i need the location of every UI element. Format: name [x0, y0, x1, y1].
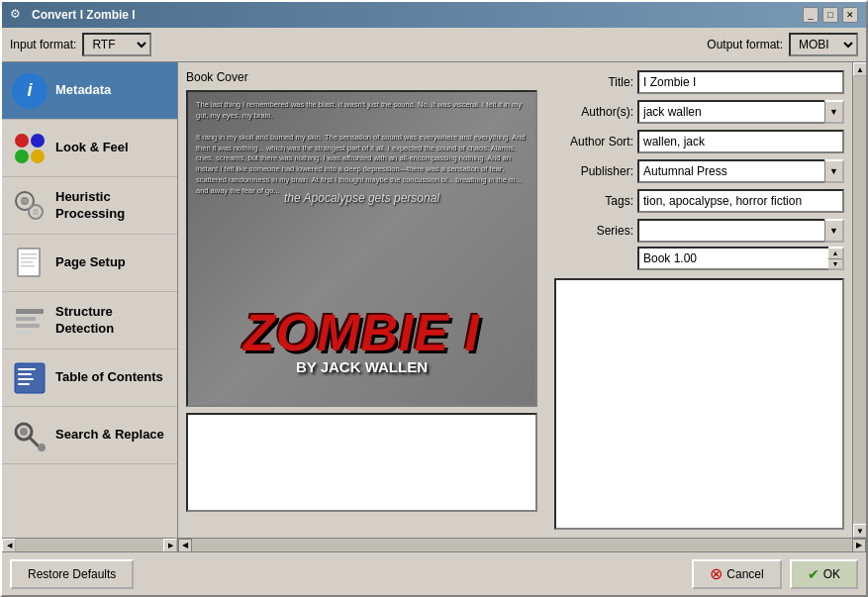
- svg-rect-9: [33, 210, 39, 214]
- authors-label: Author(s):: [554, 105, 633, 119]
- cancel-button[interactable]: ⊗ Cancel: [692, 559, 781, 589]
- app-icon: ⚙: [10, 7, 26, 23]
- book-cover-container: The last thing I remembered was the blas…: [186, 90, 537, 407]
- svg-point-2: [15, 149, 29, 163]
- svg-rect-14: [21, 265, 35, 267]
- hscroll-left-btn[interactable]: ◀: [178, 539, 192, 552]
- comments-textarea[interactable]: [554, 278, 844, 530]
- window-title: Convert I Zombie I: [32, 8, 136, 22]
- heuristic-icon: [12, 188, 48, 224]
- svg-point-27: [38, 444, 46, 451]
- book-num-input[interactable]: [637, 247, 828, 270]
- ok-icon: ✔: [808, 566, 820, 582]
- spin-down-btn[interactable]: ▼: [828, 259, 842, 269]
- series-input[interactable]: [637, 219, 824, 243]
- svg-rect-11: [21, 253, 37, 255]
- tags-input[interactable]: [637, 189, 844, 213]
- output-format-select[interactable]: MOBI: [789, 33, 858, 56]
- cover-author: BY JACK WALLEN: [188, 358, 535, 375]
- search-icon: [12, 418, 48, 453]
- authors-dropdown-btn[interactable]: ▼: [824, 100, 844, 124]
- title-bar-left: ⚙ Convert I Zombie I: [10, 7, 136, 23]
- svg-point-0: [15, 134, 29, 148]
- hscroll-right-btn[interactable]: ▶: [852, 539, 866, 552]
- sidebar-item-search[interactable]: Search & Replace: [2, 407, 177, 464]
- svg-rect-23: [18, 383, 30, 385]
- close-button[interactable]: ✕: [842, 7, 858, 23]
- publisher-dropdown-btn[interactable]: ▼: [824, 159, 844, 183]
- title-bar: ⚙ Convert I Zombie I _ □ ✕: [2, 2, 866, 28]
- scroll-up-btn[interactable]: ▲: [853, 62, 866, 76]
- svg-rect-18: [16, 331, 32, 334]
- sidebar-label-heuristic: Heuristic Processing: [55, 189, 167, 223]
- input-format-area: Input format: RTF: [10, 33, 151, 56]
- minimize-button[interactable]: _: [803, 7, 819, 23]
- content-area: i Metadata Look & Feel: [2, 62, 866, 551]
- ok-button[interactable]: ✔ OK: [790, 559, 858, 589]
- book-num-spinner: ▲ ▼: [828, 247, 844, 270]
- svg-rect-20: [18, 368, 36, 370]
- title-input[interactable]: [637, 70, 844, 94]
- series-container: Series: ▼ ▲: [554, 219, 844, 270]
- sidebar: i Metadata Look & Feel: [2, 62, 178, 551]
- authors-combo: ▼: [637, 100, 844, 124]
- author-sort-input[interactable]: [637, 130, 844, 153]
- svg-rect-16: [16, 317, 36, 321]
- info-icon: i: [12, 73, 48, 109]
- svg-point-1: [31, 134, 45, 148]
- svg-rect-22: [18, 378, 34, 380]
- scroll-down-btn[interactable]: ▼: [853, 524, 866, 538]
- cancel-icon: ⊗: [710, 564, 723, 583]
- publisher-combo: ▼: [637, 159, 844, 183]
- cover-text: The last thing I remembered was the blas…: [196, 100, 528, 197]
- spin-up-btn[interactable]: ▲: [828, 249, 842, 259]
- structure-icon: [12, 303, 48, 339]
- sidebar-item-structure[interactable]: Structure Detection: [2, 292, 177, 349]
- main-content: Book Cover The last thing I remembered w…: [178, 62, 852, 538]
- hscroll-track[interactable]: [192, 539, 852, 551]
- sidebar-label-toc: Table of Contents: [55, 369, 163, 386]
- book-num-row: ▲ ▼: [554, 247, 844, 270]
- title-label: Title:: [554, 75, 633, 89]
- sidebar-scroll-left[interactable]: ◀: [2, 539, 16, 551]
- cover-tagline: the Apocalypse gets personal: [198, 191, 526, 205]
- book-cover-title: Book Cover: [186, 70, 542, 84]
- lookfeel-icon: [12, 131, 48, 166]
- main-window: ⚙ Convert I Zombie I _ □ ✕ Input format:…: [0, 0, 868, 597]
- output-format-area: Output format: MOBI: [707, 33, 858, 56]
- svg-rect-13: [21, 261, 33, 263]
- sidebar-item-lookfeel[interactable]: Look & Feel: [2, 120, 177, 177]
- toolbar: Input format: RTF Output format: MOBI: [2, 28, 866, 62]
- svg-rect-8: [22, 199, 28, 203]
- sidebar-label-lookfeel: Look & Feel: [55, 140, 129, 156]
- main-scroll-track[interactable]: [853, 76, 866, 524]
- svg-point-3: [31, 149, 45, 163]
- toc-icon: [12, 360, 48, 396]
- series-label: Series:: [554, 224, 633, 238]
- sidebar-item-heuristic[interactable]: Heuristic Processing: [2, 177, 177, 235]
- sidebar-item-toc[interactable]: Table of Contents: [2, 349, 177, 407]
- book-cover-bottom-panel: [186, 413, 537, 512]
- publisher-label: Publisher:: [554, 164, 633, 178]
- output-format-label: Output format:: [707, 38, 783, 51]
- publisher-input[interactable]: [637, 159, 824, 183]
- svg-rect-17: [16, 324, 40, 328]
- sidebar-label-structure: Structure Detection: [55, 304, 167, 338]
- svg-point-25: [20, 428, 28, 436]
- author-sort-row: Author Sort:: [554, 130, 844, 153]
- authors-input[interactable]: [637, 100, 824, 124]
- input-format-select[interactable]: RTF: [82, 33, 151, 56]
- series-dropdown-btn[interactable]: ▼: [824, 219, 844, 243]
- sidebar-scroll[interactable]: i Metadata Look & Feel: [2, 62, 177, 538]
- footer-right: ⊗ Cancel ✔ OK: [692, 559, 858, 589]
- sidebar-label-metadata: Metadata: [55, 82, 111, 99]
- restore-defaults-button[interactable]: Restore Defaults: [10, 559, 134, 589]
- sidebar-item-metadata[interactable]: i Metadata: [2, 62, 177, 120]
- main-panel: Book Cover The last thing I remembered w…: [178, 62, 866, 551]
- author-sort-label: Author Sort:: [554, 135, 633, 149]
- sidebar-item-pagesetup[interactable]: Page Setup: [2, 235, 177, 292]
- cancel-label: Cancel: [726, 567, 763, 581]
- metadata-icon: i: [12, 73, 48, 109]
- sidebar-scroll-right[interactable]: ▶: [163, 539, 177, 551]
- maximize-button[interactable]: □: [822, 7, 838, 23]
